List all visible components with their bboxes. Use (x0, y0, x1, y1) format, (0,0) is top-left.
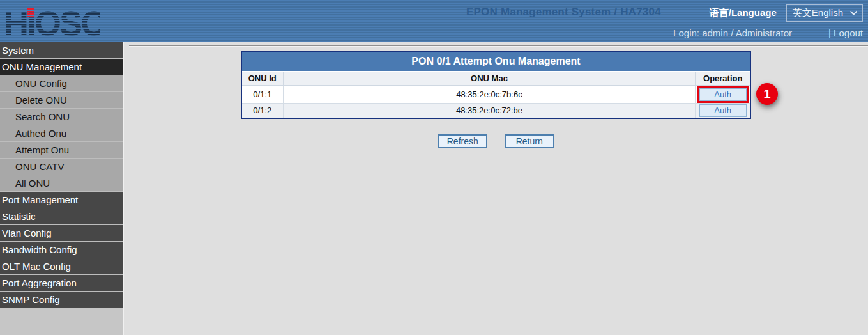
login-status-row: Login: admin / Administrator | Logout (673, 27, 863, 38)
table-title: PON 0/1 Attempt Onu Management (241, 51, 750, 71)
onu-id-cell: 0/1:1 (241, 85, 283, 103)
language-row: 语言/Language 英文English (710, 4, 863, 22)
attempt-onu-table: PON 0/1 Attempt Onu Management ONU Id ON… (241, 51, 751, 119)
logo-red-dot (27, 8, 34, 17)
sidebar-item-bandwidth-config[interactable]: Bandwidth Config (0, 242, 123, 258)
sidebar-nav: System ONU Management ONU Config Delete … (0, 42, 124, 335)
sidebar-item-snmp-config[interactable]: SNMP Config (0, 292, 123, 308)
main-content: PON 0/1 Attempt Onu Management ONU Id ON… (124, 42, 868, 335)
sidebar-item-port-management[interactable]: Port Management (0, 192, 123, 208)
sidebar-item-all-onu[interactable]: All ONU (0, 175, 123, 192)
sidebar-item-attempt-onu[interactable]: Attempt Onu (0, 142, 123, 159)
page-title: EPON Management System / HA7304 (466, 6, 661, 19)
sidebar-item-statistic[interactable]: Statistic (0, 208, 123, 225)
sidebar-item-onu-config[interactable]: ONU Config (0, 75, 123, 92)
sidebar-item-system[interactable]: System (0, 42, 123, 59)
column-header-operation: Operation (696, 71, 750, 85)
annotation-highlight-box: Auth (697, 86, 749, 103)
operation-cell: Auth 1 (696, 85, 750, 103)
onu-mac-cell: 48:35:2e:0c:72:be (283, 103, 696, 118)
table-row: 0/1:2 48:35:2e:0c:72:be Auth (241, 103, 750, 118)
language-label: 语言/Language (710, 7, 777, 19)
operation-cell: Auth (696, 103, 750, 118)
column-header-onu-mac: ONU Mac (283, 71, 696, 85)
sidebar-item-authed-onu[interactable]: Authed Onu (0, 125, 123, 142)
sidebar-item-search-onu[interactable]: Search ONU (0, 109, 123, 125)
hioso-logo-graphic: HiOSO (3, 3, 100, 39)
table-header-row: ONU Id ONU Mac Operation (241, 71, 750, 85)
chevron-down-icon (849, 10, 858, 16)
sidebar-filler (0, 308, 123, 335)
auth-button[interactable]: Auth (699, 104, 747, 117)
hioso-logo: HiOSO (3, 3, 100, 42)
language-select[interactable]: 英文English (786, 4, 863, 22)
return-button[interactable]: Return (505, 134, 554, 148)
app-header: HiOSO EPON Management System / HA7304 语言… (0, 0, 868, 42)
logo-text: HiOSO (4, 4, 100, 39)
sidebar-item-port-aggregration[interactable]: Port Aggregration (0, 275, 123, 292)
sidebar-item-delete-onu[interactable]: Delete ONU (0, 92, 123, 109)
onu-mac-cell: 48:35:2e:0c:7b:6c (283, 85, 696, 103)
sidebar-item-onu-management[interactable]: ONU Management (0, 59, 123, 75)
language-selected-value: 英文English (793, 7, 843, 19)
form-button-row: Refresh Return (241, 134, 751, 148)
sidebar-item-vlan-config[interactable]: Vlan Config (0, 225, 123, 242)
annotation-step-badge: 1 (756, 83, 778, 105)
onu-id-cell: 0/1:2 (241, 103, 283, 118)
column-header-onu-id: ONU Id (241, 71, 283, 85)
login-status-text: Login: admin / Administrator (673, 27, 792, 38)
table-row: 0/1:1 48:35:2e:0c:7b:6c Auth 1 (241, 85, 750, 103)
auth-button[interactable]: Auth (699, 88, 747, 101)
sidebar-item-olt-mac-config[interactable]: OLT Mac Config (0, 258, 123, 275)
logout-link[interactable]: | Logout (828, 27, 863, 38)
refresh-button[interactable]: Refresh (438, 134, 487, 148)
sidebar-item-onu-catv[interactable]: ONU CATV (0, 159, 123, 175)
content-divider (129, 45, 868, 47)
